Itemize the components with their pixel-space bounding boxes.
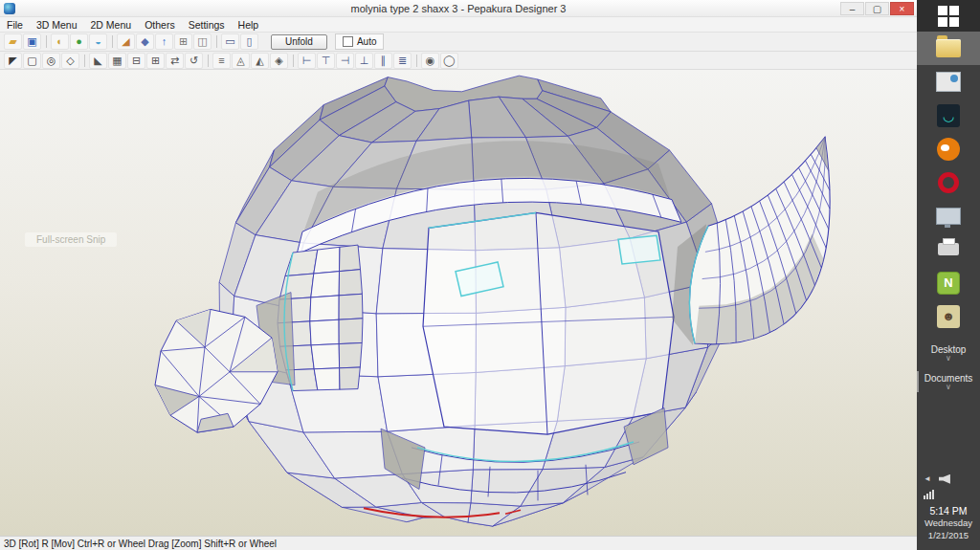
- hidden-icons-button[interactable]: ◄: [924, 474, 931, 483]
- menu-2d-menu[interactable]: 2D Menu: [84, 19, 139, 31]
- documents-toolbar[interactable]: Documents∨: [917, 373, 980, 390]
- align-left-icon[interactable]: ⊢: [298, 53, 316, 69]
- taskbar-clock[interactable]: 5:14 PMWednesday1/21/2015: [922, 502, 975, 546]
- title-bar[interactable]: molynia type 2 shaxx 3 - Pepakura Design…: [0, 0, 917, 17]
- taskbar-notepadpp[interactable]: N: [917, 266, 980, 299]
- close-button[interactable]: ×: [890, 2, 914, 15]
- desktop-toolbar[interactable]: Desktop∨: [917, 344, 980, 362]
- pan-hand-icon[interactable]: ◇: [61, 53, 79, 69]
- texture-icon[interactable]: ◒: [89, 33, 107, 50]
- network-icon[interactable]: [924, 490, 934, 499]
- toolbar-edit-icons: ◤▢◎◇◣▦⊟⊞⇄↺≡◬◭◈⊢⊤⊣⊥∥≣◉◯: [4, 53, 459, 69]
- opera-icon: [938, 172, 959, 193]
- view-3d-window-icon[interactable]: ▭: [221, 33, 239, 50]
- maximize-button[interactable]: ▢: [865, 2, 889, 15]
- divide-edge-icon[interactable]: ◣: [89, 53, 107, 69]
- menu-3d-menu[interactable]: 3D Menu: [30, 19, 84, 31]
- taskbar-photo-viewer[interactable]: [917, 65, 980, 99]
- parts-list-icon[interactable]: ◫: [193, 33, 212, 50]
- merge-face-icon[interactable]: ▦: [108, 53, 126, 69]
- windows-logo-icon: [938, 6, 959, 27]
- status-text: 3D [Rot] R [Mov] Ctrl+R or Wheel Drag [Z…: [4, 539, 277, 549]
- material-icon[interactable]: ●: [70, 33, 88, 50]
- distribute-h-icon[interactable]: ∥: [374, 53, 392, 69]
- clock-day: Wednesday: [922, 517, 975, 529]
- minimize-button[interactable]: –: [840, 2, 864, 15]
- system-tray: ◄5:14 PMWednesday1/21/2015: [917, 470, 980, 550]
- open-file-icon[interactable]: ▰: [4, 33, 22, 50]
- zoom-selection-icon[interactable]: ◯: [440, 53, 458, 69]
- chevron-down-icon: ∨: [917, 384, 980, 390]
- clock-time: 5:14 PM: [922, 505, 975, 518]
- menu-file[interactable]: File: [0, 19, 30, 31]
- zoom-fit-icon[interactable]: ◉: [421, 53, 439, 69]
- flap-edit-icon[interactable]: ◭: [251, 53, 269, 69]
- taskbar-blender[interactable]: [917, 132, 980, 165]
- taskbar-scroll-hint: [917, 371, 919, 392]
- export-icon[interactable]: ↑: [155, 33, 173, 50]
- app-icon: [4, 3, 15, 14]
- magnify-icon[interactable]: ◎: [42, 53, 60, 69]
- save-file-icon[interactable]: ▣: [23, 33, 41, 50]
- taskbar-game-app[interactable]: ◡: [917, 99, 980, 132]
- menu-help[interactable]: Help: [232, 19, 266, 31]
- fullscreen-snip-ghost: Full-screen Snip: [25, 232, 117, 247]
- blender-icon: [937, 138, 960, 161]
- check-parts-icon[interactable]: ◬: [232, 53, 250, 69]
- swap-flap-icon[interactable]: ⇄: [166, 53, 184, 69]
- rotate-part-icon[interactable]: ↺: [185, 53, 203, 69]
- unfold-button[interactable]: Unfold: [271, 34, 327, 50]
- open-edge-icon[interactable]: ⊟: [127, 53, 145, 69]
- chevron-down-icon: ∨: [917, 355, 980, 362]
- toolbar-main-icons: ▰▣◐●◒◢◆↑⊞◫▭▯: [4, 33, 259, 50]
- toolbar-edit: ◤▢◎◇◣▦⊟⊞⇄↺≡◬◭◈⊢⊤⊣⊥∥≣◉◯: [0, 52, 917, 70]
- distribute-v-icon[interactable]: ≣: [393, 53, 412, 69]
- face-icon: ◡: [937, 104, 960, 127]
- toolbar-separator: [208, 55, 209, 67]
- auto-unfold-checkbox[interactable]: Auto: [335, 33, 385, 50]
- volume-icon[interactable]: [939, 474, 950, 484]
- taskbar-toolbars: Desktop∨Documents∨: [917, 333, 980, 390]
- toolbar-separator: [293, 55, 294, 67]
- align-center-icon[interactable]: ⊤: [317, 53, 335, 69]
- notepadpp-icon: N: [937, 272, 960, 295]
- taskbar-display[interactable]: [917, 199, 980, 232]
- taskbar-file-explorer[interactable]: [917, 32, 980, 65]
- taskbar: ◡N☻ Desktop∨Documents∨ ◄5:14 PMWednesday…: [917, 0, 980, 550]
- scale-parts-icon[interactable]: ◈: [270, 53, 288, 69]
- menu-bar: File3D Menu2D MenuOthersSettingsHelp: [0, 17, 917, 33]
- taskbar-opera[interactable]: [917, 165, 980, 199]
- window-controls: – ▢ ×: [839, 2, 914, 15]
- select-arrow-icon[interactable]: ◤: [4, 53, 22, 69]
- pen-tool-icon[interactable]: ◢: [117, 33, 135, 50]
- toolbar-separator: [84, 55, 85, 67]
- light-toggle-icon[interactable]: ◐: [51, 33, 69, 50]
- checkbox-box-icon: [343, 36, 353, 47]
- taskbar-printer[interactable]: [917, 232, 980, 266]
- select-box-icon[interactable]: ▢: [23, 53, 41, 69]
- align-bottom-icon[interactable]: ⊥: [355, 53, 373, 69]
- taskbar-tiles: ◡N☻: [917, 0, 980, 333]
- pin-tool-icon[interactable]: ◆: [136, 33, 154, 50]
- menu-others[interactable]: Others: [138, 19, 182, 31]
- taskbar-paint-app[interactable]: ☻: [917, 299, 980, 333]
- align-right-icon[interactable]: ⊣: [336, 53, 354, 69]
- printer-icon: [938, 243, 959, 255]
- edge-color-icon[interactable]: ≡: [212, 53, 231, 69]
- clock-date: 1/21/2015: [922, 530, 975, 541]
- pepakura-window: molynia type 2 shaxx 3 - Pepakura Design…: [0, 0, 917, 550]
- window-title: molynia type 2 shaxx 3 - Pepakura Design…: [0, 3, 917, 14]
- toolbar-main: ▰▣◐●◒◢◆↑⊞◫▭▯ Unfold Auto: [0, 33, 917, 52]
- photo-icon: [936, 72, 961, 92]
- monitor-icon: [936, 208, 961, 225]
- close-edge-icon[interactable]: ⊞: [146, 53, 165, 69]
- toolbar-separator: [46, 35, 47, 48]
- model-viewport[interactable]: Full-screen Snip: [0, 70, 917, 536]
- sheet-grid-icon[interactable]: ⊞: [174, 33, 192, 50]
- menu-settings[interactable]: Settings: [182, 19, 232, 31]
- paint-icon: ☻: [937, 305, 960, 328]
- view-2d-window-icon[interactable]: ▯: [240, 33, 258, 50]
- 3d-model-canvas[interactable]: [0, 70, 917, 536]
- status-bar: 3D [Rot] R [Mov] Ctrl+R or Wheel Drag [Z…: [0, 536, 917, 550]
- start-button[interactable]: [917, 0, 980, 32]
